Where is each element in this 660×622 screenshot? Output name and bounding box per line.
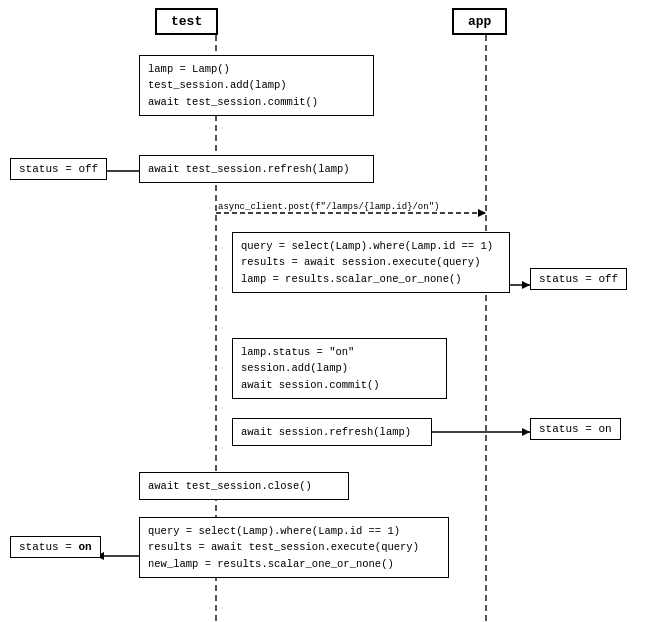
code-box-7: query = select(Lamp).where(Lamp.id == 1)…: [139, 517, 449, 578]
code-box-4: lamp.status = "on" session.add(lamp) awa…: [232, 338, 447, 399]
code-box-5: await session.refresh(lamp): [232, 418, 432, 446]
svg-marker-5: [478, 209, 486, 217]
svg-marker-9: [522, 428, 530, 436]
code-line: await session.commit(): [241, 377, 438, 393]
code-line: test_session.add(lamp): [148, 77, 365, 93]
status-box-on-left: status = on: [10, 536, 101, 558]
code-box-3: query = select(Lamp).where(Lamp.id == 1)…: [232, 232, 510, 293]
code-line: results = await session.execute(query): [241, 254, 501, 270]
lifeline-app: app: [452, 8, 507, 35]
code-line: await test_session.close(): [148, 478, 340, 494]
code-line: query = select(Lamp).where(Lamp.id == 1): [148, 523, 440, 539]
lifeline-test: test: [155, 8, 218, 35]
code-line: lamp = Lamp(): [148, 61, 365, 77]
code-line: await test_session.refresh(lamp): [148, 161, 365, 177]
code-line: lamp.status = "on": [241, 344, 438, 360]
status-box-off-right: status = off: [530, 268, 627, 290]
code-line: results = await test_session.execute(que…: [148, 539, 440, 555]
code-box-2: await test_session.refresh(lamp): [139, 155, 374, 183]
code-line: await test_session.commit(): [148, 94, 365, 110]
code-line: query = select(Lamp).where(Lamp.id == 1): [241, 238, 501, 254]
svg-text:async_client.post(f"/lamps/{la: async_client.post(f"/lamps/{lamp.id}/on"…: [218, 202, 439, 212]
svg-marker-7: [522, 281, 530, 289]
code-box-6: await test_session.close(): [139, 472, 349, 500]
code-line: new_lamp = results.scalar_one_or_none(): [148, 556, 440, 572]
code-box-1: lamp = Lamp() test_session.add(lamp) awa…: [139, 55, 374, 116]
status-box-on-right: status = on: [530, 418, 621, 440]
status-on-bold: on: [78, 541, 91, 553]
code-line: lamp = results.scalar_one_or_none(): [241, 271, 501, 287]
code-line: session.add(lamp): [241, 360, 438, 376]
status-box-off-left: status = off: [10, 158, 107, 180]
code-line: await session.refresh(lamp): [241, 424, 423, 440]
sequence-diagram: async_client.post(f"/lamps/{lamp.id}/on"…: [0, 0, 660, 622]
